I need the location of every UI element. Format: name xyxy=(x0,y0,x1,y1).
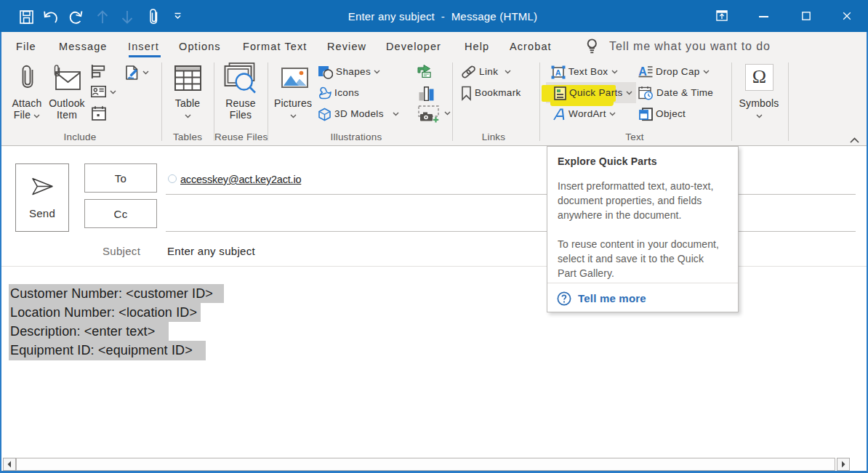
svg-text:A: A xyxy=(555,68,561,76)
svg-text:A: A xyxy=(638,65,647,78)
